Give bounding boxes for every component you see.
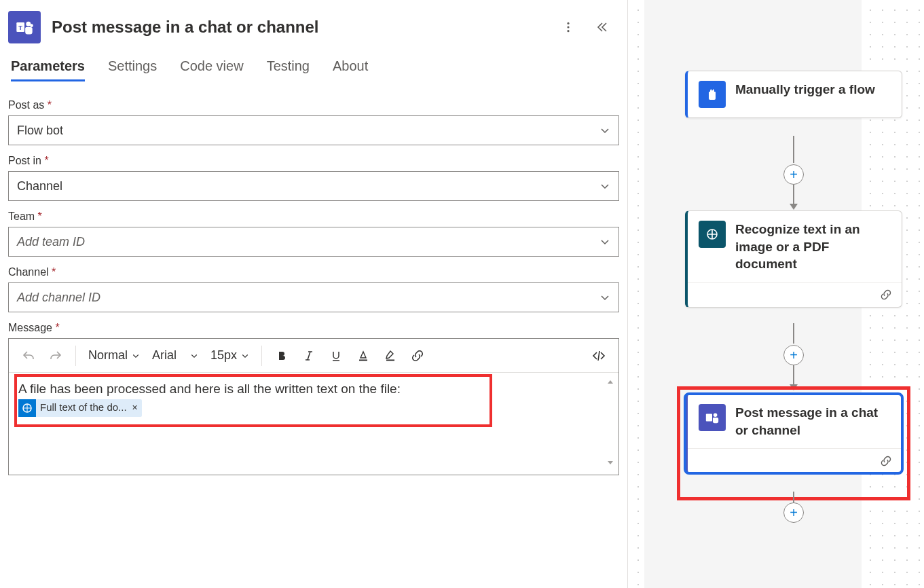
team-select[interactable]: Add team ID <box>8 227 619 257</box>
message-textarea[interactable]: A file has been processed and here is al… <box>9 373 618 475</box>
svg-line-9 <box>308 352 310 360</box>
message-text: A file has been processed and here is al… <box>18 382 401 396</box>
svg-point-15 <box>712 89 713 90</box>
channel-select[interactable]: Add channel ID <box>8 282 619 312</box>
post-as-label: Post as * <box>8 99 619 111</box>
svg-rect-17 <box>706 414 712 422</box>
team-label: Team * <box>8 210 619 223</box>
flow-card-recognize-text[interactable]: Recognize text in an image or a PDF docu… <box>685 210 902 308</box>
post-in-label: Post in * <box>8 155 619 167</box>
link-icon <box>880 289 892 301</box>
font-color-button[interactable] <box>352 344 375 367</box>
tab-about[interactable]: About <box>333 58 368 81</box>
editor-toolbar: Normal Arial 15px <box>9 339 618 373</box>
channel-placeholder: Add channel ID <box>17 291 100 305</box>
trigger-icon <box>699 81 726 108</box>
chevron-down-icon <box>599 236 610 247</box>
chevron-down-icon <box>599 125 610 136</box>
tab-settings[interactable]: Settings <box>108 58 157 81</box>
tab-code-view[interactable]: Code view <box>180 58 243 81</box>
undo-button[interactable] <box>17 344 40 367</box>
post-in-select[interactable]: Channel <box>8 171 619 201</box>
teams-icon <box>699 404 726 431</box>
flow-card-post-message[interactable]: Post message in a chat or channel <box>685 394 902 473</box>
underline-button[interactable] <box>325 344 348 367</box>
panel-header: T Post message in a chat or channel <box>8 8 619 56</box>
svg-point-6 <box>567 30 569 32</box>
svg-point-2 <box>30 24 33 27</box>
svg-point-4 <box>567 22 569 24</box>
collapse-panel-icon[interactable] <box>595 20 608 34</box>
add-step-button[interactable]: + <box>783 502 804 523</box>
ai-builder-icon <box>18 399 36 417</box>
font-size-select[interactable]: 15px <box>206 348 253 363</box>
card-title: Manually trigger a flow <box>735 81 875 98</box>
dynamic-content-token[interactable]: Full text of the do... × <box>18 399 142 417</box>
token-remove-icon[interactable]: × <box>131 401 138 415</box>
flow-canvas[interactable]: Manually trigger a flow + Recognize text… <box>628 0 924 588</box>
card-title: Recognize text in an image or a PDF docu… <box>735 221 891 273</box>
teams-icon: T <box>8 11 41 43</box>
ai-builder-icon <box>699 221 726 248</box>
font-family-select[interactable]: Arial <box>148 348 202 363</box>
card-title: Post message in a chat or channel <box>735 404 891 439</box>
svg-point-18 <box>714 414 718 418</box>
italic-button[interactable] <box>297 344 320 367</box>
redo-button[interactable] <box>44 344 67 367</box>
tab-testing[interactable]: Testing <box>267 58 310 81</box>
link-button[interactable] <box>406 344 429 367</box>
highlight-button[interactable] <box>379 344 402 367</box>
post-as-value: Flow bot <box>17 124 63 138</box>
message-editor: Normal Arial 15px A file has been proces… <box>8 338 619 475</box>
code-view-button[interactable] <box>587 344 610 367</box>
svg-text:T: T <box>18 24 22 31</box>
tab-bar: Parameters Settings Code view Testing Ab… <box>8 56 619 81</box>
post-as-select[interactable]: Flow bot <box>8 115 619 145</box>
token-label: Full text of the do... <box>40 400 127 416</box>
panel-title: Post message in a chat or channel <box>52 18 562 37</box>
scroll-indicator <box>606 378 614 466</box>
action-config-panel: T Post message in a chat or channel Para… <box>0 0 628 588</box>
chevron-down-icon <box>599 181 610 191</box>
more-menu-icon[interactable] <box>562 21 574 33</box>
post-in-value: Channel <box>17 179 62 194</box>
svg-point-5 <box>567 26 569 28</box>
add-step-button[interactable]: + <box>783 345 804 365</box>
paragraph-style-select[interactable]: Normal <box>84 348 144 363</box>
link-icon <box>880 455 892 467</box>
channel-label: Channel * <box>8 266 619 278</box>
message-label: Message * <box>8 322 619 334</box>
chevron-down-icon <box>599 292 610 303</box>
team-placeholder: Add team ID <box>17 235 85 249</box>
flow-card-trigger[interactable]: Manually trigger a flow <box>685 71 902 118</box>
add-step-button[interactable]: + <box>783 164 804 185</box>
bold-button[interactable] <box>270 344 293 367</box>
tab-parameters[interactable]: Parameters <box>11 58 85 81</box>
svg-line-13 <box>598 351 599 361</box>
